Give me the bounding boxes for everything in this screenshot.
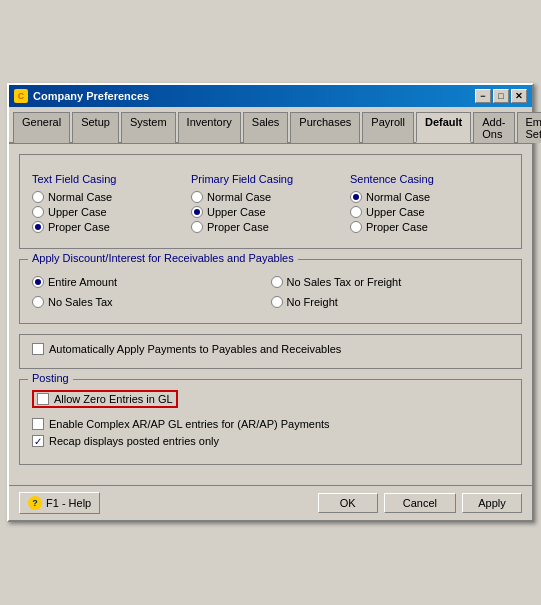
sentence-proper-case-label: Proper Case [366,221,428,233]
primary-normal-case-label: Normal Case [207,191,271,203]
text-upper-case-row[interactable]: Upper Case [32,206,191,218]
apply-button[interactable]: Apply [462,493,522,513]
tab-bar: General Setup System Inventory Sales Pur… [9,107,532,144]
cancel-button[interactable]: Cancel [384,493,456,513]
primary-proper-case-radio[interactable] [191,221,203,233]
primary-normal-case-row[interactable]: Normal Case [191,191,350,203]
auto-pay-checkbox[interactable] [32,343,44,355]
action-buttons: OK Cancel Apply [318,493,522,513]
no-sales-tax-label: No Sales Tax [48,296,113,308]
recap-checkbox[interactable] [32,435,44,447]
auto-pay-box: Automatically Apply Payments to Payables… [19,334,522,369]
tab-sales[interactable]: Sales [243,112,289,143]
maximize-button[interactable]: □ [493,89,509,103]
casing-group-box: Text Field Casing Normal Case Upper Case… [19,154,522,249]
tab-addons[interactable]: Add-Ons [473,112,514,143]
title-bar: C Company Preferences − □ ✕ [9,85,532,107]
recap-row[interactable]: Recap displays posted entries only [32,435,509,447]
help-button[interactable]: ? F1 - Help [19,492,100,514]
text-upper-case-label: Upper Case [48,206,107,218]
tab-system[interactable]: System [121,112,176,143]
help-icon: ? [28,496,42,510]
posting-title: Posting [28,372,73,384]
main-window: C Company Preferences − □ ✕ General Setu… [7,83,534,522]
no-freight-radio[interactable] [271,296,283,308]
auto-pay-row[interactable]: Automatically Apply Payments to Payables… [32,343,509,355]
primary-upper-case-label: Upper Case [207,206,266,218]
allow-zero-label: Allow Zero Entries in GL [54,393,173,405]
tab-default[interactable]: Default [416,112,471,143]
no-sales-tax-freight-row[interactable]: No Sales Tax or Freight [271,276,510,288]
title-bar-left: C Company Preferences [14,89,149,103]
primary-field-casing-group: Primary Field Casing Normal Case Upper C… [191,173,350,236]
tab-email-setup[interactable]: Email Setup [517,112,542,143]
discount-options: Entire Amount No Sales Tax No Sales Tax … [32,276,509,311]
sentence-upper-case-label: Upper Case [366,206,425,218]
allow-zero-highlighted-row: Allow Zero Entries in GL [32,390,178,408]
allow-zero-checkbox[interactable] [37,393,49,405]
sentence-normal-case-label: Normal Case [366,191,430,203]
allow-zero-highlighted-container: Allow Zero Entries in GL [32,390,509,413]
window-icon: C [14,89,28,103]
window-title: Company Preferences [33,90,149,102]
sentence-proper-case-row[interactable]: Proper Case [350,221,509,233]
entire-amount-row[interactable]: Entire Amount [32,276,271,288]
discount-col-2: No Sales Tax or Freight No Freight [271,276,510,311]
text-field-casing-group: Text Field Casing Normal Case Upper Case… [32,173,191,236]
close-button[interactable]: ✕ [511,89,527,103]
text-proper-case-label: Proper Case [48,221,110,233]
no-freight-label: No Freight [287,296,338,308]
text-upper-case-radio[interactable] [32,206,44,218]
tab-inventory[interactable]: Inventory [178,112,241,143]
text-field-casing-title: Text Field Casing [32,173,191,185]
text-normal-case-radio[interactable] [32,191,44,203]
posting-group-box: Posting Allow Zero Entries in GL Enable … [19,379,522,465]
primary-normal-case-radio[interactable] [191,191,203,203]
tab-setup[interactable]: Setup [72,112,119,143]
title-buttons: − □ ✕ [475,89,527,103]
entire-amount-radio[interactable] [32,276,44,288]
discount-title: Apply Discount/Interest for Receivables … [28,252,298,264]
sentence-casing-group: Sentence Casing Normal Case Upper Case P… [350,173,509,236]
text-proper-case-row[interactable]: Proper Case [32,221,191,233]
recap-label: Recap displays posted entries only [49,435,219,447]
no-sales-tax-freight-label: No Sales Tax or Freight [287,276,402,288]
content-area: Text Field Casing Normal Case Upper Case… [9,144,532,485]
tab-purchases[interactable]: Purchases [290,112,360,143]
no-sales-tax-radio[interactable] [32,296,44,308]
help-label: F1 - Help [46,497,91,509]
text-normal-case-row[interactable]: Normal Case [32,191,191,203]
primary-proper-case-row[interactable]: Proper Case [191,221,350,233]
primary-field-casing-title: Primary Field Casing [191,173,350,185]
enable-complex-label: Enable Complex AR/AP GL entries for (AR/… [49,418,330,430]
sentence-upper-case-row[interactable]: Upper Case [350,206,509,218]
bottom-bar: ? F1 - Help OK Cancel Apply [9,485,532,520]
text-proper-case-radio[interactable] [32,221,44,233]
sentence-normal-case-radio[interactable] [350,191,362,203]
tab-general[interactable]: General [13,112,70,143]
sentence-upper-case-radio[interactable] [350,206,362,218]
no-sales-tax-row[interactable]: No Sales Tax [32,296,271,308]
sentence-proper-case-radio[interactable] [350,221,362,233]
discount-group-box: Apply Discount/Interest for Receivables … [19,259,522,324]
casing-row: Text Field Casing Normal Case Upper Case… [32,173,509,236]
sentence-normal-case-row[interactable]: Normal Case [350,191,509,203]
enable-complex-checkbox[interactable] [32,418,44,430]
text-normal-case-label: Normal Case [48,191,112,203]
primary-upper-case-row[interactable]: Upper Case [191,206,350,218]
ok-button[interactable]: OK [318,493,378,513]
minimize-button[interactable]: − [475,89,491,103]
primary-upper-case-radio[interactable] [191,206,203,218]
no-sales-tax-freight-radio[interactable] [271,276,283,288]
primary-proper-case-label: Proper Case [207,221,269,233]
auto-pay-label: Automatically Apply Payments to Payables… [49,343,341,355]
enable-complex-row[interactable]: Enable Complex AR/AP GL entries for (AR/… [32,418,509,430]
tab-payroll[interactable]: Payroll [362,112,414,143]
discount-col-1: Entire Amount No Sales Tax [32,276,271,311]
no-freight-row[interactable]: No Freight [271,296,510,308]
sentence-casing-title: Sentence Casing [350,173,509,185]
entire-amount-label: Entire Amount [48,276,117,288]
allow-zero-row[interactable]: Allow Zero Entries in GL [37,393,173,405]
